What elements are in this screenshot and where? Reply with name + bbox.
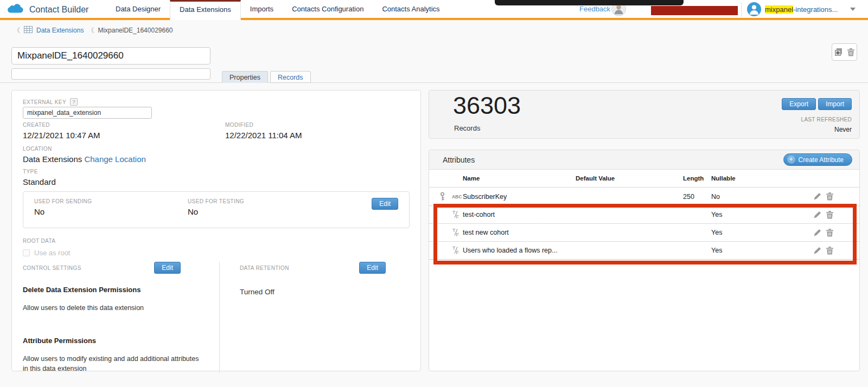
attributes-card: Attributes + Create Attribute Name Defau… bbox=[429, 150, 860, 371]
create-attribute-button[interactable]: + Create Attribute bbox=[783, 153, 852, 166]
breadcrumb-back-icon[interactable]: 《 bbox=[14, 26, 20, 35]
data-retention-value: Turned Off bbox=[240, 288, 386, 296]
modified-value: 12/22/2021 11:04 AM bbox=[225, 131, 302, 140]
last-refreshed-label: LAST REFRESHED bbox=[782, 117, 852, 122]
data-retention-label: DATA RETENTION bbox=[240, 265, 289, 271]
app-logo[interactable]: Contact Builder bbox=[7, 2, 88, 17]
extension-name-input[interactable] bbox=[11, 47, 210, 64]
import-button[interactable]: Import bbox=[818, 98, 852, 110]
create-attribute-label: Create Attribute bbox=[799, 156, 844, 164]
export-button[interactable]: Export bbox=[782, 98, 816, 110]
used-for-sending-value: No bbox=[34, 207, 188, 216]
delete-attribute-icon[interactable] bbox=[826, 229, 833, 237]
cloud-logo-icon bbox=[7, 2, 24, 17]
tab-records[interactable]: Records bbox=[270, 71, 311, 83]
location-label: LOCATION bbox=[23, 146, 146, 152]
tabs-underline bbox=[0, 82, 868, 83]
modified-label: MODIFIED bbox=[225, 122, 302, 128]
type-label: TYPE bbox=[23, 169, 56, 175]
root-data-label: ROOT DATA bbox=[23, 238, 70, 244]
plus-icon: + bbox=[787, 156, 795, 164]
delete-attribute-icon[interactable] bbox=[826, 247, 833, 255]
used-for-testing-value: No bbox=[188, 207, 244, 216]
top-nav: Contact Builder Data Designer Data Exten… bbox=[0, 0, 868, 18]
breadcrumb-current: MixpanelDE_1640029660 bbox=[98, 27, 173, 34]
contact-builder-app: Contact Builder Data Designer Data Exten… bbox=[0, 0, 868, 387]
type-value: Standard bbox=[23, 177, 56, 186]
delete-permissions-title: Delete Data Extension Permissions bbox=[23, 286, 181, 294]
nav-tab-imports[interactable]: Imports bbox=[241, 0, 283, 18]
delete-attribute-icon[interactable] bbox=[826, 211, 833, 219]
edit-attribute-icon[interactable] bbox=[814, 247, 821, 254]
location-value: Data Extensions bbox=[23, 154, 82, 164]
edit-control-settings-button[interactable]: Edit bbox=[154, 262, 181, 274]
attribute-name: Users who loaded a flows rep... bbox=[463, 247, 576, 254]
column-name: Name bbox=[463, 175, 576, 182]
attribute-nullable: No bbox=[711, 193, 794, 201]
column-length: Length bbox=[683, 175, 711, 182]
change-location-link[interactable]: Change Location bbox=[84, 154, 145, 164]
external-key-input[interactable] bbox=[23, 107, 152, 119]
breadcrumb-data-extensions-link[interactable]: Data Extensions bbox=[36, 27, 84, 34]
app-title: Contact Builder bbox=[29, 5, 88, 15]
nav-tab-contacts-analytics[interactable]: Contacts Analytics bbox=[373, 0, 449, 18]
breadcrumb: 《 Data Extensions 《 MixpanelDE_164002966… bbox=[0, 20, 868, 41]
records-summary-card: 36303 Records Export Import LAST REFRESH… bbox=[429, 90, 860, 139]
primary-key-icon bbox=[440, 192, 446, 201]
last-refreshed-value: Never bbox=[782, 126, 852, 133]
data-extension-grid-icon bbox=[24, 26, 33, 35]
use-as-root-checkbox bbox=[23, 249, 30, 256]
edit-attribute-icon[interactable] bbox=[814, 192, 821, 200]
nav-tab-data-designer[interactable]: Data Designer bbox=[106, 0, 170, 18]
properties-card: EXTERNAL KEY ? CREATED 12/21/2021 10:47 … bbox=[11, 90, 421, 371]
attributes-title: Attributes bbox=[443, 156, 475, 164]
extension-actions-toolbar bbox=[832, 43, 857, 61]
attribute-nullable: Yes bbox=[711, 211, 794, 218]
feedback-link[interactable]: Feedback bbox=[579, 5, 610, 13]
created-value: 12/21/2021 10:47 AM bbox=[23, 131, 100, 140]
extension-description-input[interactable] bbox=[11, 68, 210, 80]
column-default-value: Default Value bbox=[576, 175, 683, 182]
usage-box: USED FOR SENDING No USED FOR TESTING No … bbox=[23, 191, 410, 228]
used-for-sending-label: USED FOR SENDING bbox=[34, 198, 188, 204]
attribute-row-users-who-loaded: TF Users who loaded a flows rep... Yes bbox=[429, 241, 859, 259]
attribute-nullable: Yes bbox=[711, 229, 794, 236]
nav-divider bbox=[741, 2, 742, 17]
user-name-rest: -integrations... bbox=[793, 5, 838, 14]
boolean-type-icon: TF bbox=[452, 210, 463, 219]
help-icon[interactable]: ? bbox=[70, 98, 78, 106]
user-avatar-icon[interactable] bbox=[747, 2, 761, 16]
edit-attribute-icon[interactable] bbox=[814, 229, 821, 236]
edit-attribute-icon[interactable] bbox=[814, 211, 821, 218]
edit-data-retention-button[interactable]: Edit bbox=[359, 262, 386, 274]
column-nullable: Nullable bbox=[711, 175, 794, 182]
attribute-length: 250 bbox=[683, 193, 711, 201]
copy-extension-icon[interactable] bbox=[834, 48, 843, 56]
record-count-label: Records bbox=[454, 124, 480, 132]
boolean-type-icon: TF bbox=[452, 228, 463, 237]
text-type-icon: ABC bbox=[452, 194, 463, 199]
use-as-root-label: Use as root bbox=[34, 249, 70, 257]
attribute-nullable: Yes bbox=[711, 247, 794, 254]
attribute-name: test-cohort bbox=[463, 211, 576, 218]
delete-extension-icon[interactable] bbox=[847, 48, 854, 56]
user-name-highlight: mixpanel bbox=[765, 5, 793, 14]
nav-tab-contacts-configuration[interactable]: Contacts Configuration bbox=[283, 0, 373, 18]
attribute-row-subscriberkey: ABC SubscriberKey 250 No bbox=[429, 188, 859, 205]
edit-usage-button[interactable]: Edit bbox=[372, 198, 398, 210]
boolean-type-icon: TF bbox=[452, 246, 463, 255]
record-count: 36303 bbox=[453, 92, 521, 120]
used-for-testing-label: USED FOR TESTING bbox=[188, 198, 244, 204]
delete-permissions-desc: Allow users to delete this data extensio… bbox=[23, 303, 181, 313]
tab-properties[interactable]: Properties bbox=[222, 71, 268, 83]
external-key-label: EXTERNAL KEY bbox=[23, 99, 66, 105]
delete-attribute-icon[interactable] bbox=[826, 192, 833, 201]
nav-tab-data-extensions[interactable]: Data Extensions bbox=[170, 0, 241, 20]
redaction-red bbox=[651, 6, 738, 15]
attributes-table-header: Name Default Value Length Nullable bbox=[429, 170, 859, 188]
created-label: CREATED bbox=[23, 122, 100, 128]
user-menu-caret-icon[interactable] bbox=[850, 8, 856, 11]
view-tabs: Properties Records bbox=[222, 71, 311, 83]
attribute-permissions-desc: Allow users to modify existing and add a… bbox=[23, 354, 205, 373]
user-menu[interactable]: mixpanel-integrations... bbox=[765, 5, 838, 14]
